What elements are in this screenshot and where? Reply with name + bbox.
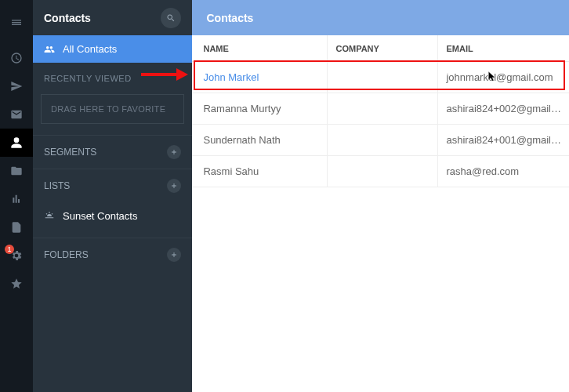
table-row[interactable]: Rasmi Sahu rasha@red.com bbox=[192, 156, 569, 187]
lists-label: LISTS bbox=[44, 180, 70, 191]
rail-folder-icon[interactable] bbox=[0, 157, 33, 185]
cell-email: johnmarkel@gmail.com bbox=[438, 71, 569, 83]
table-row[interactable]: Sundernath Nath ashirai824+001@gmail… bbox=[192, 125, 569, 156]
col-header-email[interactable]: EMAIL bbox=[438, 44, 569, 53]
add-segment-icon[interactable] bbox=[167, 145, 181, 159]
settings-badge: 1 bbox=[5, 245, 14, 254]
search-icon[interactable] bbox=[161, 8, 181, 28]
rail-chart-icon[interactable] bbox=[0, 185, 33, 213]
svg-rect-2 bbox=[12, 24, 21, 25]
sidebar-segments[interactable]: SEGMENTS bbox=[33, 135, 192, 169]
add-folder-icon[interactable] bbox=[167, 248, 181, 262]
rail-doc-icon[interactable] bbox=[0, 213, 33, 241]
main-title: Contacts bbox=[206, 12, 253, 24]
cell-name: Sundernath Nath bbox=[192, 134, 327, 146]
rail-contacts-icon[interactable] bbox=[0, 129, 33, 157]
segments-label: SEGMENTS bbox=[44, 147, 96, 158]
cell-email: ashirai824+001@gmail… bbox=[438, 134, 569, 146]
col-header-company[interactable]: COMPANY bbox=[328, 44, 437, 53]
favorite-dropzone[interactable]: DRAG HERE TO FAVORITE bbox=[41, 94, 184, 124]
sidebar-title: Contacts bbox=[44, 12, 91, 24]
rail-logo-icon[interactable] bbox=[0, 8, 33, 36]
sidebar-item-label: All Contacts bbox=[63, 43, 117, 55]
cell-name: John Markel bbox=[192, 71, 327, 83]
col-header-name[interactable]: NAME bbox=[192, 44, 327, 53]
table-header: NAME COMPANY EMAIL bbox=[192, 35, 569, 62]
svg-rect-1 bbox=[12, 22, 21, 23]
list-item-label: Sunset Contacts bbox=[63, 210, 137, 222]
main-panel: Contacts NAME COMPANY EMAIL John Markel … bbox=[192, 0, 569, 392]
rail-mail-icon[interactable] bbox=[0, 100, 33, 129]
folders-label: FOLDERS bbox=[44, 249, 89, 260]
sidebar-header: Contacts bbox=[33, 0, 192, 35]
rail-settings-icon[interactable]: 1 bbox=[0, 241, 33, 270]
cell-name: Rasmi Sahu bbox=[192, 165, 327, 177]
svg-rect-0 bbox=[12, 20, 21, 20]
table-row[interactable]: John Markel johnmarkel@gmail.com bbox=[192, 62, 569, 93]
sunset-icon bbox=[44, 211, 55, 222]
app-root: 1 Contacts All Contacts RECENTLY VIEWED … bbox=[0, 0, 569, 392]
sidebar: Contacts All Contacts RECENTLY VIEWED DR… bbox=[33, 0, 192, 392]
cell-email: rasha@red.com bbox=[438, 165, 569, 177]
icon-rail: 1 bbox=[0, 0, 33, 392]
recently-viewed-label: RECENTLY VIEWED bbox=[33, 63, 192, 91]
rail-clock-icon[interactable] bbox=[0, 44, 33, 72]
sidebar-lists[interactable]: LISTS bbox=[33, 169, 192, 202]
table-row[interactable]: Ramanna Murtyy ashirai824+002@gmail… bbox=[192, 93, 569, 125]
add-list-icon[interactable] bbox=[167, 179, 181, 193]
cell-email: ashirai824+002@gmail… bbox=[438, 103, 569, 114]
cell-name: Ramanna Murtyy bbox=[192, 103, 327, 114]
people-icon bbox=[44, 44, 55, 55]
sidebar-item-all-contacts[interactable]: All Contacts bbox=[33, 35, 192, 63]
rail-send-icon[interactable] bbox=[0, 72, 33, 100]
list-sunset-contacts[interactable]: Sunset Contacts bbox=[33, 202, 192, 230]
main-header: Contacts bbox=[192, 0, 569, 35]
sidebar-folders[interactable]: FOLDERS bbox=[33, 238, 192, 271]
rail-star-icon[interactable] bbox=[0, 270, 33, 298]
